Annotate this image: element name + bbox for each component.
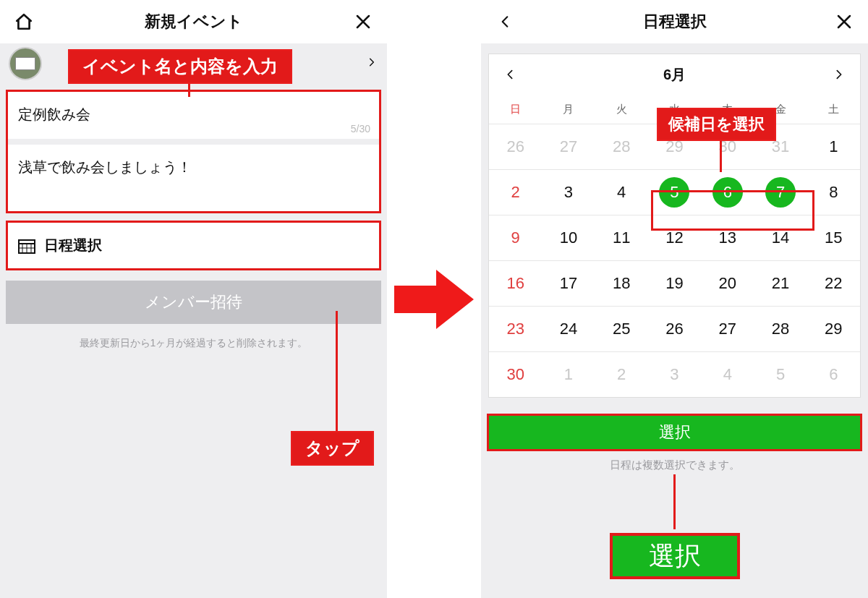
avatar [9, 47, 42, 80]
footnote: 最終更新日から1ヶ月が経過すると削除されます。 [0, 337, 387, 350]
select-big-callout: 選択 [610, 533, 740, 579]
select-button[interactable]: 選択 [487, 414, 862, 451]
right-screen: 日程選択 6月 日月火水木金土 262728293031123456789101… [481, 0, 868, 598]
callout-line [673, 474, 676, 529]
day-cell[interactable]: 26 [489, 124, 542, 169]
event-desc-field[interactable]: 浅草で飲み会しましょう！ [8, 145, 379, 211]
week-3: 16171819202122 [489, 260, 860, 306]
day-cell[interactable]: 28 [595, 124, 648, 169]
day-cell[interactable]: 2 [595, 352, 648, 397]
back-icon[interactable] [494, 11, 516, 33]
week-2: 9101112131415 [489, 215, 860, 260]
arrow-icon [394, 267, 474, 332]
callout-candidate: 候補日を選択 [657, 108, 776, 141]
day-cell[interactable]: 6 [807, 352, 860, 397]
day-cell[interactable]: 29 [807, 307, 860, 351]
callout-event-name: イベント名と内容を入力 [68, 49, 292, 84]
day-cell[interactable]: 1 [542, 352, 595, 397]
week-4: 23242526272829 [489, 306, 860, 351]
calendar-grid: 2627282930311234567891011121314151617181… [489, 124, 860, 397]
day-cell[interactable]: 15 [807, 215, 860, 260]
day-cell[interactable]: 28 [754, 307, 807, 351]
close-icon[interactable] [352, 11, 374, 33]
select-button-label: 選択 [659, 422, 691, 443]
day-cell[interactable]: 3 [542, 170, 595, 215]
day-cell[interactable]: 27 [701, 307, 754, 351]
day-cell[interactable]: 27 [542, 124, 595, 169]
day-cell[interactable]: 24 [542, 307, 595, 351]
day-cell[interactable]: 13 [701, 215, 754, 260]
day-cell[interactable]: 2 [489, 170, 542, 215]
day-cell[interactable]: 16 [489, 261, 542, 306]
calendar: 6月 日月火水木金土 26272829303112345678910111213… [488, 54, 861, 398]
day-cell[interactable]: 4 [701, 352, 754, 397]
day-cell[interactable]: 21 [754, 261, 807, 306]
day-cell[interactable]: 5 [648, 170, 701, 215]
close-icon[interactable] [833, 11, 855, 33]
callout-tap: タップ [291, 431, 374, 466]
day-cell[interactable]: 19 [648, 261, 701, 306]
day-cell[interactable]: 8 [807, 170, 860, 215]
day-cell[interactable]: 4 [595, 170, 648, 215]
page-title: 新規イベント [35, 11, 352, 33]
day-cell[interactable]: 25 [595, 307, 648, 351]
page-title: 日程選択 [516, 11, 833, 33]
day-cell[interactable]: 7 [754, 170, 807, 215]
event-form: 定例飲み会 5/30 浅草で飲み会しましょう！ [6, 90, 381, 213]
day-cell[interactable]: 10 [542, 215, 595, 260]
day-cell[interactable]: 18 [595, 261, 648, 306]
calendar-nav: 6月 [489, 54, 860, 95]
callout-line [720, 139, 722, 172]
divider [8, 139, 379, 145]
select-note: 日程は複数選択できます。 [481, 458, 868, 472]
day-cell[interactable]: 22 [807, 261, 860, 306]
day-cell[interactable]: 5 [754, 352, 807, 397]
dow-2: 火 [595, 95, 648, 124]
day-cell[interactable]: 23 [489, 307, 542, 351]
event-name-field[interactable]: 定例飲み会 5/30 [8, 92, 379, 139]
day-cell[interactable]: 17 [542, 261, 595, 306]
day-cell[interactable]: 26 [648, 307, 701, 351]
header: 新規イベント [0, 0, 387, 43]
day-cell[interactable]: 12 [648, 215, 701, 260]
invite-button[interactable]: メンバー招待 [6, 281, 381, 324]
chevron-right-icon [367, 54, 377, 73]
week-5: 30123456 [489, 351, 860, 397]
day-cell[interactable]: 20 [701, 261, 754, 306]
week-1: 2345678 [489, 169, 860, 215]
group-selector[interactable]: イベント名と内容を入力 [0, 43, 387, 84]
schedule-label: 日程選択 [44, 236, 102, 255]
svg-marker-6 [394, 270, 474, 329]
day-cell[interactable]: 14 [754, 215, 807, 260]
header: 日程選択 [481, 0, 868, 43]
month-label: 6月 [663, 65, 686, 85]
schedule-select-row[interactable]: 日程選択 [6, 221, 381, 270]
arrow-gap [387, 0, 481, 598]
home-icon[interactable] [13, 11, 35, 33]
day-cell[interactable]: 6 [701, 170, 754, 215]
invite-label: メンバー招待 [145, 291, 242, 313]
day-cell[interactable]: 11 [595, 215, 648, 260]
callout-line [336, 311, 338, 434]
event-desc-value: 浅草で飲み会しましょう！ [18, 159, 192, 175]
dow-0: 日 [489, 95, 542, 124]
char-counter: 5/30 [351, 123, 370, 134]
day-cell[interactable]: 30 [489, 352, 542, 397]
event-name-value: 定例飲み会 [18, 106, 90, 122]
prev-month-icon[interactable] [499, 64, 521, 85]
dow-6: 土 [807, 95, 860, 124]
left-screen: 新規イベント イベント名と内容を入力 定例飲み会 5/30 浅草で飲み会しましょ… [0, 0, 387, 598]
dow-1: 月 [542, 95, 595, 124]
day-cell[interactable]: 1 [807, 124, 860, 169]
calendar-icon [18, 238, 35, 254]
next-month-icon[interactable] [828, 64, 850, 85]
day-cell[interactable]: 9 [489, 215, 542, 260]
day-cell[interactable]: 3 [648, 352, 701, 397]
